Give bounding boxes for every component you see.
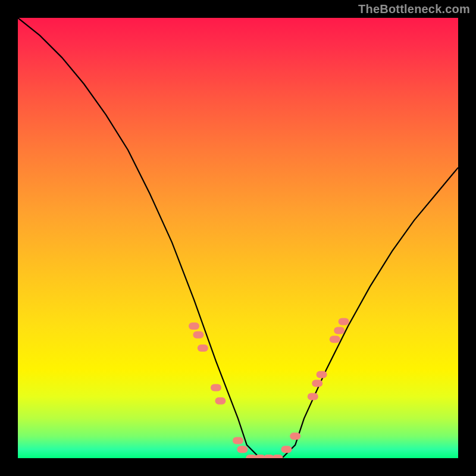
bottleneck-curve: [18, 18, 458, 458]
plot-area: [18, 18, 458, 458]
chart-frame: TheBottleneck.com: [0, 0, 476, 476]
curve-marker: [237, 446, 248, 453]
curve-marker: [193, 331, 203, 339]
curve-marker: [312, 380, 322, 387]
curve-marker: [281, 446, 292, 453]
curve-marker: [273, 455, 283, 458]
curve-marker: [330, 336, 340, 343]
curve-marker: [334, 327, 345, 334]
watermark-text: TheBottleneck.com: [358, 2, 470, 16]
curve-marker: [308, 393, 318, 400]
curve-marker: [189, 322, 199, 330]
curve-marker: [215, 397, 226, 405]
curve-marker: [211, 384, 221, 392]
bottleneck-curve-svg: [18, 18, 458, 458]
curve-marker: [290, 433, 300, 440]
curve-marker: [198, 345, 208, 352]
curve-marker: [339, 318, 349, 325]
curve-marker: [317, 371, 327, 378]
curve-marker: [233, 437, 243, 444]
